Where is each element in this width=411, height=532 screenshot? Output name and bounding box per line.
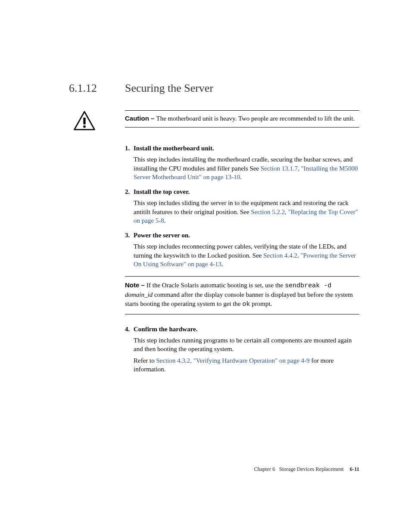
footer-title: Storage Devices Replacement bbox=[279, 466, 344, 472]
note-mid2: command after the display console banner… bbox=[125, 291, 353, 307]
page: 6.1.12 Securing the Server Caution – The… bbox=[0, 0, 411, 532]
note-block: Note – If the Oracle Solaris automatic b… bbox=[125, 276, 359, 314]
footer-pageno: 6-11 bbox=[350, 466, 359, 472]
note-pre: If the Oracle Solaris automatic booting … bbox=[146, 282, 285, 289]
step-body: This step includes reconnecting power ca… bbox=[134, 242, 359, 268]
xref-link[interactable]: Section 4.3.2, "Verifying Hardware Opera… bbox=[156, 357, 309, 364]
page-footer: Chapter 6 Storage Devices Replacement6-1… bbox=[254, 466, 359, 473]
step-1: Install the motherboard unit. This step … bbox=[125, 144, 359, 181]
caution-block: Caution – The motherboard unit is heavy.… bbox=[125, 110, 359, 133]
step-body-post: . bbox=[164, 217, 166, 224]
step-title-text: Confirm the hardware. bbox=[134, 325, 197, 333]
step-body: This step includes sliding the server in… bbox=[134, 199, 359, 225]
steps-list-continued: Confirm the hardware. This step includes… bbox=[125, 325, 359, 373]
steps-list: Install the motherboard unit. This step … bbox=[125, 144, 359, 268]
step-3: Power the server on. This step includes … bbox=[125, 231, 359, 268]
heading-number: 6.1.12 bbox=[69, 82, 125, 95]
caution-body: The motherboard unit is heavy. Two peopl… bbox=[156, 115, 355, 122]
content-column: Caution – The motherboard unit is heavy.… bbox=[125, 110, 359, 373]
note-code2: ok bbox=[242, 301, 250, 308]
caution-label: Caution – bbox=[125, 115, 156, 122]
step-body-post: . bbox=[221, 261, 223, 268]
svg-rect-2 bbox=[83, 125, 85, 128]
step-body-2: Refer to Section 4.3.2, "Verifying Hardw… bbox=[134, 356, 359, 374]
step-body-1: This step includes running programs to b… bbox=[134, 336, 359, 354]
step-title-text: Install the motherboard unit. bbox=[134, 144, 214, 152]
footer-chapter: Chapter 6 bbox=[254, 466, 275, 472]
note-code1: sendbreak -d bbox=[285, 282, 331, 289]
step-title-text: Power the server on. bbox=[134, 231, 190, 240]
note-italic: domain_id bbox=[125, 291, 153, 298]
caution-icon bbox=[69, 110, 99, 133]
step-2: Install the top cover. This step include… bbox=[125, 187, 359, 225]
section-heading: 6.1.12 Securing the Server bbox=[69, 82, 359, 95]
note-label: Note – bbox=[125, 281, 146, 289]
step-title-text: Install the top cover. bbox=[134, 187, 190, 196]
caution-text: Caution – The motherboard unit is heavy.… bbox=[125, 110, 359, 128]
step-body-post: . bbox=[240, 174, 242, 180]
step-body-pre: Refer to bbox=[134, 357, 156, 364]
svg-rect-1 bbox=[83, 118, 85, 124]
step-body: This step includes installing the mother… bbox=[134, 155, 359, 181]
note-post: prompt. bbox=[250, 300, 272, 307]
heading-title: Securing the Server bbox=[125, 82, 213, 95]
step-4: Confirm the hardware. This step includes… bbox=[125, 325, 359, 373]
